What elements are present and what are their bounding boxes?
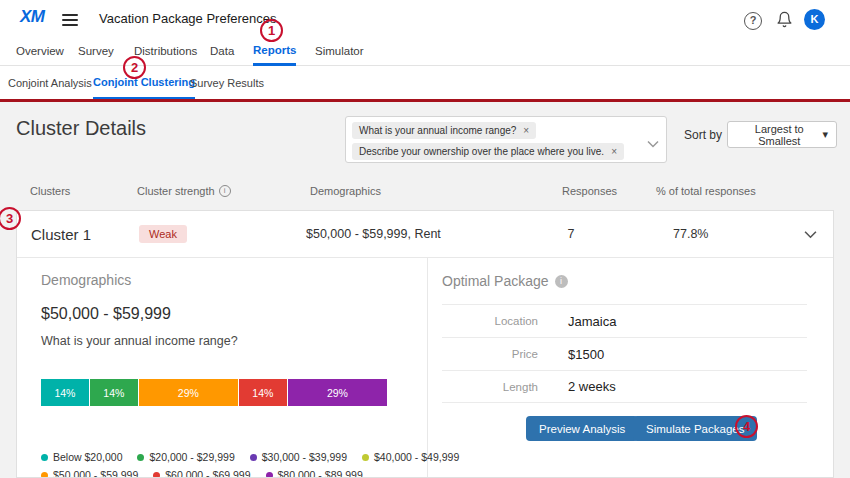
optimal-package-panel: Optimal Package Location Jamaica Price $… [428,258,833,477]
cluster-card: Cluster 1 Weak $50,000 - $59,999, Rent 7… [16,210,834,478]
legend-row: $50,000 - $59,999 $60,000 - $69,999 $80,… [41,466,421,478]
filter-tag-label: Describe your ownership over the place w… [359,146,604,157]
demographics-filter-select[interactable]: What is your annual income range? × Desc… [345,116,667,163]
optimal-package-table: Location Jamaica Price $1500 Length 2 we… [442,304,807,403]
xm-logo[interactable]: XM [20,7,45,27]
annotation-step-2: 2 [123,56,146,79]
legend-item: $30,000 - $39,999 [250,451,347,463]
sort-by-label: Sort by [684,128,722,142]
annotation-step-4: 4 [735,415,758,438]
col-percent-total: % of total responses [656,185,756,197]
legend-dot [250,454,257,461]
filter-tag: Describe your ownership over the place w… [352,143,624,160]
legend-dot [362,454,369,461]
legend-label: $80,000 - $89,999 [278,469,363,478]
bar-segment: 14% [239,379,287,406]
package-row-location: Location Jamaica [442,304,807,337]
col-cluster-strength: Cluster strength [137,185,231,197]
legend-dot [137,454,144,461]
col-demographics: Demographics [310,185,381,197]
filter-tag-label: What is your annual income range? [359,125,516,136]
legend-dot [266,472,273,478]
tab-simulator[interactable]: Simulator [315,36,364,66]
col-cluster-strength-label: Cluster strength [137,185,215,197]
legend-item: Below $20,000 [41,451,122,463]
legend-item: $60,000 - $69,999 [153,469,250,478]
legend-item: $80,000 - $89,999 [266,469,363,478]
legend-dot [41,454,48,461]
collapse-chevron-icon[interactable] [804,225,817,243]
package-label: Location [442,315,538,327]
project-title: Vacation Package Preferences [99,11,277,26]
cluster-row[interactable]: Cluster 1 Weak $50,000 - $59,999, Rent 7… [17,211,833,258]
col-clusters: Clusters [30,185,70,197]
optimal-package-title-label: Optimal Package [442,273,549,289]
demographics-panel: Demographics $50,000 - $59,999 What is y… [17,258,428,477]
remove-tag-icon[interactable]: × [611,147,617,157]
bar-segment: 14% [90,379,138,406]
package-label: Price [442,348,538,360]
sort-order-dropdown[interactable]: Largest to Smallest ▾ [727,121,837,148]
help-icon[interactable]: ? [744,12,762,30]
col-responses: Responses [562,185,617,197]
legend-dot [41,472,48,478]
cluster-responses: 7 [541,227,601,241]
cluster-table-header: Clusters Cluster strength Demographics R… [0,185,850,201]
legend-dot [153,472,160,478]
top-bar: XM Vacation Package Preferences ? K [0,0,850,36]
cluster-demographics: $50,000 - $59,999, Rent [306,227,441,241]
legend-row: Below $20,000 $20,000 - $29,999 $30,000 … [41,448,421,466]
sort-order-value: Largest to Smallest [736,123,822,147]
tab-data[interactable]: Data [210,36,234,66]
legend-label: $60,000 - $69,999 [165,469,250,478]
preview-analysis-button[interactable]: Preview Analysis [526,416,638,441]
legend-label: Below $20,000 [53,451,122,463]
subtab-conjoint-analysis[interactable]: Conjoint Analysis [8,66,92,99]
package-label: Length [442,381,538,393]
cluster-percent: 77.8% [673,227,708,241]
chevron-down-icon[interactable] [647,134,659,152]
bar-segment: 14% [41,379,89,406]
caret-down-icon: ▾ [822,128,828,141]
legend-item: $50,000 - $59,999 [41,469,138,478]
package-row-price: Price $1500 [442,337,807,370]
optimal-package-title: Optimal Package [442,273,568,289]
hamburger-menu-icon[interactable] [62,11,78,29]
cluster-expanded-details: Demographics $50,000 - $59,999 What is y… [17,258,833,477]
demographics-panel-title: Demographics [41,272,131,288]
annotation-step-1: 1 [260,19,283,42]
legend-label: $50,000 - $59,999 [53,469,138,478]
remove-tag-icon[interactable]: × [523,126,529,136]
package-value: 2 weeks [568,379,616,394]
info-icon[interactable] [219,185,231,197]
legend-item: $20,000 - $29,999 [137,451,234,463]
demographics-question: What is your annual income range? [41,334,238,348]
legend-label: $30,000 - $39,999 [262,451,347,463]
package-value: $1500 [568,347,604,362]
legend-label: $20,000 - $29,999 [149,451,234,463]
user-avatar[interactable]: K [804,9,825,30]
tab-survey[interactable]: Survey [78,36,114,66]
demographics-value: $50,000 - $59,999 [41,305,171,323]
income-distribution-bar: 14% 14% 29% 14% 29% [41,379,387,406]
page-title: Cluster Details [16,117,146,140]
subtab-survey-results[interactable]: Survey Results [190,66,264,99]
bar-segment: 29% [139,379,238,406]
chart-legend: Below $20,000 $20,000 - $29,999 $30,000 … [41,448,421,478]
package-value: Jamaica [568,314,616,329]
cluster-name: Cluster 1 [31,226,91,243]
tab-overview[interactable]: Overview [16,36,64,66]
cluster-strength-badge: Weak [139,225,187,243]
filter-tag: What is your annual income range? × [352,122,536,139]
annotation-underline [0,99,850,102]
bar-segment: 29% [288,379,387,406]
notifications-bell-icon[interactable] [776,11,793,32]
package-row-length: Length 2 weeks [442,370,807,403]
info-icon[interactable] [555,275,568,288]
